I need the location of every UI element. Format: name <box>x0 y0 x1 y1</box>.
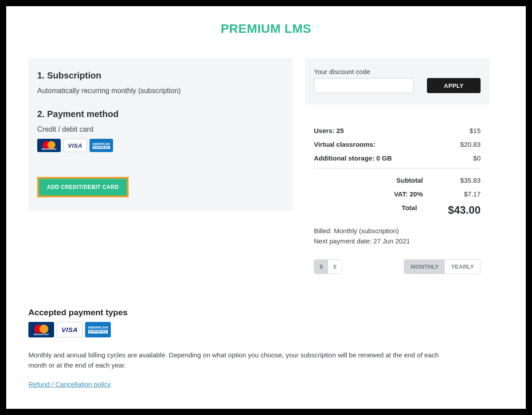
visa-icon: VISA <box>63 139 87 152</box>
summary-row-total: Total $43.00 <box>314 204 481 216</box>
currency-eur-button[interactable]: € <box>328 260 342 274</box>
accepted-cards-footer: MasterCard VISA AMERICAN EXPRESS <box>28 322 504 337</box>
accepted-cards-inline: MasterCard VISA AMERICAN EXPRESS <box>37 139 284 152</box>
period-yearly-button[interactable]: YEARLY <box>445 260 480 274</box>
summary-row-users: Users: 25 $15 <box>314 127 481 134</box>
visa-icon: VISA <box>57 322 82 337</box>
discount-code-input[interactable] <box>314 78 414 93</box>
mastercard-icon: MasterCard <box>37 139 61 152</box>
page-title: PREMIUM LMS <box>28 22 504 36</box>
subscription-desc: Automatically recurring monthly (subscri… <box>37 87 284 95</box>
billing-cycle-note: Monthly and annual billing cycles are av… <box>28 350 454 371</box>
amex-icon: AMERICAN EXPRESS <box>85 322 111 337</box>
summary-row-subtotal: Subtotal $35.83 <box>314 176 481 184</box>
currency-usd-button[interactable]: $ <box>314 260 328 274</box>
subscription-panel: 1. Subscription Automatically recurring … <box>28 58 293 211</box>
discount-panel: Your discount code APPLY <box>305 58 489 105</box>
payment-method-heading: 2. Payment method <box>37 109 284 119</box>
currency-toggle: $ € <box>314 259 342 274</box>
next-payment-date: Next payment date: 27 Jun 2021 <box>314 236 481 247</box>
period-monthly-button[interactable]: MONTHLY <box>404 260 445 274</box>
order-summary-panel: Users: 25 $15 Virtual classrooms: $20.83… <box>305 115 489 282</box>
mastercard-icon: MasterCard <box>28 322 54 337</box>
summary-row-storage: Additional storage: 0 GB $0 <box>314 154 481 162</box>
discount-code-label: Your discount code <box>314 68 481 75</box>
summary-row-vat: VAT: 20% $7.17 <box>314 190 481 198</box>
refund-cancellation-link[interactable]: Refund / Cancellation policy <box>28 380 111 388</box>
apply-discount-button[interactable]: APPLY <box>427 78 481 93</box>
billing-frequency: Billed: Monthly (subscription) <box>314 226 481 236</box>
summary-divider <box>314 168 481 168</box>
accepted-payment-types-heading: Accepted payment types <box>28 308 504 317</box>
amex-icon: AMERICAN EXPRESS <box>90 139 113 152</box>
summary-row-classrooms: Virtual classrooms: $20.83 <box>314 141 481 148</box>
card-type-label: Credit / debit card <box>37 125 284 133</box>
add-credit-debit-card-button[interactable]: ADD CREDIT/DEBIT CARD <box>37 177 129 197</box>
period-toggle: MONTHLY YEARLY <box>404 259 481 274</box>
subscription-heading: 1. Subscription <box>37 70 284 81</box>
